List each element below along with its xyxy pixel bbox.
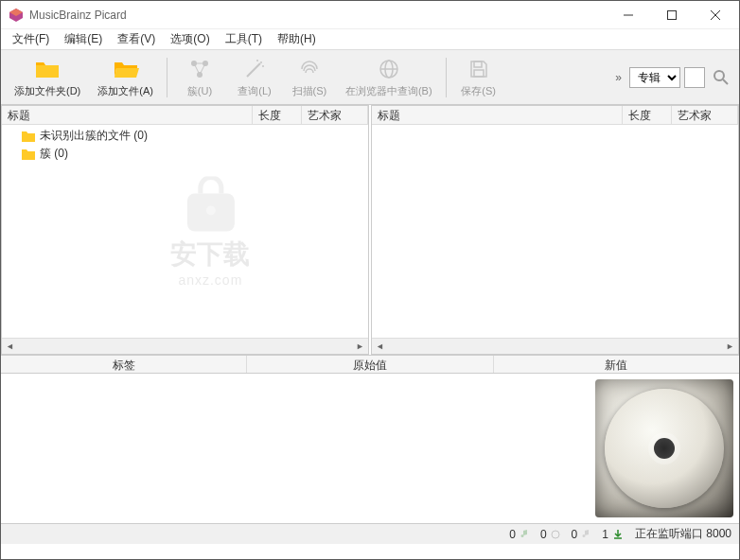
scroll-left-icon[interactable]: ◄ [2, 339, 18, 354]
cluster-icon [188, 56, 211, 82]
right-hscrollbar[interactable]: ◄ ► [372, 338, 738, 354]
tag-col-tag[interactable]: 标签 [1, 356, 247, 373]
cluster-label: 簇(U) [187, 84, 212, 98]
scroll-right-icon[interactable]: ► [352, 339, 368, 354]
folder-icon [21, 130, 36, 143]
folder-open-icon [113, 56, 139, 82]
window-title: MusicBrainz Picard [29, 9, 607, 22]
status-count-0: 0 [509, 528, 529, 541]
menu-options[interactable]: 选项(O) [163, 29, 217, 49]
svg-point-25 [552, 531, 559, 538]
browser-lookup-button[interactable]: 在浏览器中查询(B) [338, 53, 440, 101]
minimize-button[interactable] [607, 1, 650, 29]
note-icon [520, 530, 529, 539]
close-button[interactable] [694, 1, 737, 29]
note-icon [551, 530, 560, 539]
col-length[interactable]: 长度 [253, 106, 302, 124]
col-title[interactable]: 标题 [2, 106, 253, 124]
col-length[interactable]: 长度 [623, 106, 672, 124]
left-hscrollbar[interactable]: ◄ ► [2, 338, 368, 354]
status-count-1: 0 [540, 528, 560, 541]
tag-col-original[interactable]: 原始值 [247, 356, 493, 373]
maximize-button[interactable] [650, 1, 694, 29]
search-box: 专辑 [629, 65, 733, 90]
tree-clusters[interactable]: 簇 (0) [4, 145, 366, 163]
wand-icon [243, 56, 266, 82]
menu-view[interactable]: 查看(V) [110, 29, 163, 49]
status-count-2: 0 [572, 528, 591, 541]
toolbar: 添加文件夹(D) 添加文件(A) 簇(U) 查询(L) 扫描(S) 在浏览器中查… [1, 50, 739, 105]
right-pane: 标题 长度 艺术家 ◄ ► [371, 105, 739, 355]
left-column-header: 标题 长度 艺术家 [2, 106, 368, 125]
add-files-label: 添加文件(A) [97, 84, 153, 98]
tree-unclustered-label: 未识别出簇的文件 (0) [40, 128, 148, 144]
svg-rect-3 [668, 10, 677, 19]
svg-point-13 [260, 61, 262, 63]
svg-rect-23 [186, 193, 234, 231]
search-button[interactable] [709, 65, 733, 90]
svg-rect-20 [474, 70, 484, 77]
toolbar-separator [446, 58, 447, 97]
status-count-3: 1 [602, 528, 624, 541]
add-folder-label: 添加文件夹(D) [14, 84, 80, 98]
toolbar-overflow-button[interactable]: » [609, 69, 627, 86]
svg-rect-19 [474, 61, 482, 67]
tree-clusters-label: 簇 (0) [40, 146, 68, 162]
search-type-select[interactable]: 专辑 [629, 67, 680, 88]
svg-point-24 [205, 205, 215, 215]
globe-icon [378, 56, 400, 82]
left-tree[interactable]: 未识别出簇的文件 (0) 簇 (0) 安下载 anxz.com [2, 125, 368, 338]
tag-editor[interactable] [1, 374, 590, 523]
note-icon [581, 530, 590, 539]
app-logo-icon [9, 8, 24, 23]
col-artist[interactable]: 艺术家 [302, 106, 368, 124]
search-input[interactable] [684, 67, 705, 88]
svg-line-22 [723, 79, 728, 84]
save-label: 保存(S) [461, 84, 496, 98]
save-button[interactable]: 保存(S) [452, 53, 505, 101]
scroll-left-icon[interactable]: ◄ [372, 339, 388, 354]
tag-panel-header: 标签 原始值 新值 [1, 355, 739, 374]
right-tree[interactable] [372, 125, 738, 338]
menu-file[interactable]: 文件(F) [5, 29, 57, 49]
tag-col-new[interactable]: 新值 [494, 356, 739, 373]
scan-button[interactable]: 扫描(S) [283, 53, 336, 101]
download-icon [612, 529, 624, 540]
lookup-button[interactable]: 查询(L) [228, 53, 281, 101]
right-column-header: 标题 长度 艺术家 [372, 106, 738, 125]
svg-line-12 [247, 63, 260, 77]
lower-panel [1, 374, 739, 523]
col-artist[interactable]: 艺术家 [672, 106, 738, 124]
svg-line-11 [200, 63, 205, 75]
menu-help[interactable]: 帮助(H) [270, 29, 324, 49]
browser-lookup-label: 在浏览器中查询(B) [345, 84, 432, 98]
svg-point-21 [714, 71, 724, 80]
add-files-button[interactable]: 添加文件(A) [90, 53, 161, 101]
status-listening: 正在监听端口 8000 [635, 526, 731, 542]
tree-unclustered[interactable]: 未识别出簇的文件 (0) [4, 127, 366, 145]
svg-line-10 [194, 63, 200, 75]
menu-bar: 文件(F) 编辑(E) 查看(V) 选项(O) 工具(T) 帮助(H) [1, 29, 739, 50]
lookup-label: 查询(L) [238, 84, 271, 98]
col-title[interactable]: 标题 [372, 106, 623, 124]
left-pane: 标题 长度 艺术家 未识别出簇的文件 (0) 簇 (0) 安下载 anxz.co… [1, 105, 369, 355]
menu-edit[interactable]: 编辑(E) [57, 29, 110, 49]
scroll-right-icon[interactable]: ► [722, 339, 738, 354]
folder-icon [21, 148, 36, 161]
svg-point-14 [256, 60, 258, 61]
menu-tools[interactable]: 工具(T) [218, 29, 270, 49]
status-bar: 0 0 0 1 正在监听端口 8000 [1, 523, 739, 544]
folder-icon [34, 56, 61, 82]
main-split: 标题 长度 艺术家 未识别出簇的文件 (0) 簇 (0) 安下载 anxz.co… [1, 105, 739, 355]
title-bar: MusicBrainz Picard [1, 1, 739, 29]
fingerprint-icon [298, 56, 321, 82]
toolbar-separator [167, 58, 167, 97]
svg-point-15 [262, 65, 264, 67]
cover-art-placeholder[interactable] [595, 379, 733, 517]
watermark: 安下载 anxz.com [170, 176, 250, 287]
add-folder-button[interactable]: 添加文件夹(D) [7, 53, 88, 101]
cluster-button[interactable]: 簇(U) [173, 53, 226, 101]
save-icon [467, 56, 490, 82]
scan-label: 扫描(S) [292, 84, 327, 98]
